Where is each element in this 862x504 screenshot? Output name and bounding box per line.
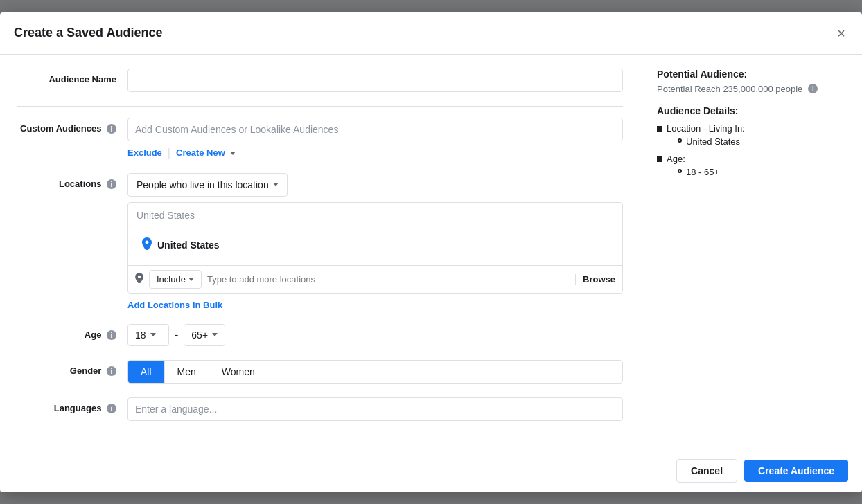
bullet-circle-age	[678, 169, 682, 173]
custom-audiences-content: Exclude | Create New	[127, 118, 623, 159]
browse-button[interactable]: Browse	[575, 274, 615, 285]
location-search-area	[128, 203, 622, 228]
custom-audiences-row: Custom Audiences i Exclude | Create New	[17, 118, 623, 159]
include-chevron-icon	[188, 278, 194, 281]
languages-content	[127, 397, 623, 421]
location-result-item[interactable]: United States	[137, 233, 614, 257]
audience-details-list: Location - Living In: United States	[657, 123, 845, 180]
pipe-divider: |	[168, 147, 170, 159]
gender-all-button[interactable]: All	[128, 361, 165, 383]
audience-details-title: Audience Details:	[657, 105, 845, 116]
cancel-button[interactable]: Cancel	[676, 459, 737, 483]
create-new-button[interactable]: Create New	[176, 147, 236, 158]
languages-info-icon[interactable]: i	[107, 404, 116, 413]
modal-footer: Cancel Create Audience	[0, 449, 862, 492]
gender-label: Gender i	[17, 360, 127, 377]
include-dropdown[interactable]: Include	[149, 270, 202, 289]
location-result: United States	[128, 228, 622, 265]
detail-age-content: Age: 18 - 65+	[667, 154, 719, 180]
locations-content: People who live in this location	[127, 173, 623, 310]
age-row: Age i 18 - 65+	[17, 324, 623, 346]
age-min-select[interactable]: 18	[127, 324, 169, 346]
age-sub-list: 18 - 65+	[667, 167, 719, 177]
modal-overlay: Create a Saved Audience × Audience Name	[0, 0, 862, 504]
potential-reach-info-icon[interactable]: i	[808, 84, 818, 93]
divider-1	[17, 106, 623, 107]
age-min-chevron-icon	[150, 333, 156, 336]
potential-reach: Potential Reach 235,000,000 people i	[657, 84, 845, 94]
modal-title: Create a Saved Audience	[14, 26, 162, 40]
languages-row: Languages i	[17, 397, 623, 421]
location-type-input[interactable]	[207, 274, 567, 285]
location-sub-list: United States	[667, 136, 745, 147]
detail-item-age: Age: 18 - 65+	[657, 154, 845, 180]
age-label: Age i	[17, 324, 127, 341]
locations-row: Locations i People who live in this loca…	[17, 173, 623, 310]
custom-audiences-input[interactable]	[127, 118, 623, 141]
potential-audience-title: Potential Audience:	[657, 69, 845, 80]
detail-location-content: Location - Living In: United States	[667, 123, 745, 150]
location-sub-item: United States	[678, 136, 745, 147]
age-max-chevron-icon	[212, 333, 218, 336]
exclude-button[interactable]: Exclude	[127, 147, 162, 158]
age-controls: 18 - 65+	[127, 324, 623, 346]
location-dropdown[interactable]: People who live in this location	[127, 173, 288, 197]
create-audience-button[interactable]: Create Audience	[744, 460, 848, 482]
audience-name-content	[127, 69, 623, 92]
age-max-select[interactable]: 65+	[184, 324, 225, 346]
bullet-square-location	[657, 126, 662, 132]
add-bulk-button[interactable]: Add Locations in Bulk	[127, 300, 222, 310]
modal-header: Create a Saved Audience ×	[0, 12, 862, 55]
modal: Create a Saved Audience × Audience Name	[0, 12, 862, 492]
gender-button-group: All Men Women	[127, 360, 623, 384]
detail-item-location: Location - Living In: United States	[657, 123, 845, 150]
languages-input[interactable]	[127, 397, 623, 421]
audience-name-label: Audience Name	[17, 69, 127, 84]
sidebar: Potential Audience: Potential Reach 235,…	[640, 55, 862, 449]
modal-body: Audience Name Custom Audiences i	[0, 55, 862, 449]
custom-audiences-info-icon[interactable]: i	[107, 124, 116, 134]
gender-men-button[interactable]: Men	[165, 361, 209, 383]
age-dash: -	[175, 329, 178, 341]
create-new-chevron-icon	[230, 152, 236, 155]
close-button[interactable]: ×	[834, 24, 848, 43]
add-bulk-link-container: Add Locations in Bulk	[127, 299, 623, 310]
bullet-circle-us	[678, 138, 682, 143]
custom-audiences-label: Custom Audiences i	[17, 118, 127, 134]
location-pin-icon	[142, 237, 152, 253]
include-pin-icon	[135, 273, 143, 285]
gender-info-icon[interactable]: i	[107, 366, 116, 376]
gender-women-button[interactable]: Women	[209, 361, 267, 383]
languages-label: Languages i	[17, 397, 127, 414]
location-search-input[interactable]	[137, 210, 614, 221]
gender-row: Gender i All Men Women	[17, 360, 623, 384]
location-dropdown-chevron-icon	[273, 183, 279, 186]
location-box: United States Include	[127, 202, 623, 294]
locations-label: Locations i	[17, 173, 127, 190]
audience-name-input[interactable]	[127, 69, 623, 92]
location-include-row: Include Browse	[128, 265, 622, 293]
age-content: 18 - 65+	[127, 324, 623, 346]
audience-name-row: Audience Name	[17, 69, 623, 92]
bullet-square-age	[657, 156, 662, 162]
main-form: Audience Name Custom Audiences i	[0, 55, 640, 449]
locations-info-icon[interactable]: i	[107, 179, 116, 189]
custom-audiences-actions: Exclude | Create New	[127, 147, 623, 159]
age-sub-item: 18 - 65+	[678, 167, 719, 177]
location-selected-label: United States	[157, 240, 219, 251]
age-info-icon[interactable]: i	[107, 330, 116, 340]
gender-content: All Men Women	[127, 360, 623, 384]
